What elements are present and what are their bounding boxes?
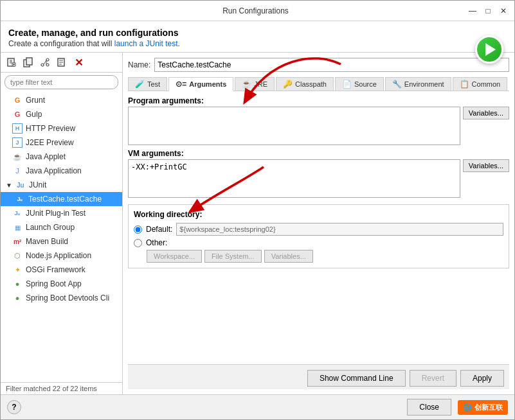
- java-applet-icon: ☕: [12, 152, 23, 162]
- sidebar-toolbar: ✕: [1, 53, 122, 73]
- sidebar-item-http-preview[interactable]: H HTTP Preview: [1, 121, 122, 136]
- sidebar-item-label: HTTP Preview: [26, 124, 75, 133]
- sidebar-item-j2ee-preview[interactable]: J J2EE Preview: [1, 136, 122, 150]
- sidebar-item-label: Maven Build: [26, 237, 68, 246]
- filesystem-button[interactable]: File System...: [204, 250, 262, 263]
- sidebar-item-nodejs[interactable]: ⬡ Node.js Application: [1, 249, 122, 263]
- maximize-button[interactable]: □: [482, 5, 494, 17]
- window-header: Create, manage, and run configurations C…: [1, 21, 514, 52]
- http-icon: H: [12, 123, 23, 134]
- minimize-button[interactable]: —: [467, 5, 478, 17]
- svg-point-9: [41, 64, 44, 66]
- sidebar-item-junit-plugin[interactable]: Jᵤ JUnit Plug-in Test: [1, 206, 122, 220]
- filter-config-button[interactable]: [55, 55, 69, 69]
- sidebar-item-spring-devtools[interactable]: ● Spring Boot Devtools Cli: [1, 291, 122, 305]
- sidebar-item-label: Java Applet: [26, 152, 66, 161]
- default-dir-input[interactable]: [176, 223, 503, 236]
- tab-common[interactable]: 📋 Common: [453, 77, 508, 91]
- launch-link[interactable]: launch a JUnit test: [114, 39, 178, 48]
- window-close-button[interactable]: ✕: [498, 5, 509, 17]
- junit-toggle-icon: ▼: [6, 182, 12, 189]
- header-title: Create, manage, and run configurations: [8, 28, 507, 38]
- tab-jre-label: JRE: [254, 80, 267, 88]
- svg-line-12: [44, 60, 46, 64]
- program-args-variables-button[interactable]: Variables...: [463, 107, 509, 119]
- filter-status: Filter matched 22 of 22 items: [1, 382, 122, 394]
- program-args-input[interactable]: [128, 107, 460, 145]
- jre-tab-icon: ☕: [242, 80, 251, 89]
- nodejs-icon: ⬡: [12, 250, 23, 261]
- vm-args-variables-button[interactable]: Variables...: [463, 159, 509, 172]
- sidebar-item-label: Launch Group: [26, 223, 75, 232]
- sidebar-item-label: Spring Boot App: [26, 279, 82, 288]
- filter-input[interactable]: [5, 75, 118, 89]
- apply-button[interactable]: Apply: [460, 370, 504, 387]
- svg-point-11: [46, 64, 49, 66]
- help-button[interactable]: ?: [7, 400, 21, 414]
- close-button[interactable]: Close: [407, 399, 451, 416]
- sidebar-item-label: Java Application: [26, 166, 82, 175]
- header-subtitle: Create a configuration that will launch …: [8, 39, 507, 48]
- right-panel: Name: 🧪 Test ⊙= Arguments ☕ JRE 🔑: [123, 53, 514, 394]
- classpath-tab-icon: 🔑: [283, 80, 293, 89]
- sidebar-item-spring-boot[interactable]: ● Spring Boot App: [1, 277, 122, 291]
- brand-text: 创新互联: [474, 403, 503, 412]
- dir-buttons: Workspace... File System... Variables...: [134, 250, 503, 263]
- tab-test-label: Test: [147, 80, 160, 88]
- workspace-button[interactable]: Workspace...: [147, 250, 202, 263]
- name-input[interactable]: [154, 58, 509, 72]
- sidebar-item-testcache[interactable]: Jᵤ TestCache.testCache: [1, 192, 122, 206]
- tab-source[interactable]: 📄 Source: [335, 77, 384, 91]
- bottom-buttons: Show Command Line Revert Apply: [128, 364, 509, 389]
- config-body: Program arguments: Variables... VM argum…: [128, 96, 509, 364]
- sidebar-item-maven-build[interactable]: m² Maven Build: [1, 234, 122, 249]
- sidebar-item-gulp[interactable]: G Gulp: [1, 107, 122, 121]
- default-radio-label: Default:: [146, 225, 172, 234]
- sidebar-item-junit-group[interactable]: ▼ Ju JUnit: [1, 178, 122, 192]
- window-footer: ? Close 🌐 创新互联: [1, 394, 514, 419]
- tab-jre[interactable]: ☕ JRE: [235, 77, 275, 91]
- sidebar-item-launch-group[interactable]: ▦ Launch Group: [1, 220, 122, 234]
- sidebar-item-label: JUnit: [29, 180, 46, 189]
- common-tab-icon: 📋: [460, 80, 469, 89]
- vm-args-input[interactable]: -XX:+PrintGC: [128, 159, 460, 198]
- other-radio[interactable]: [134, 239, 142, 247]
- sidebar-item-java-applet[interactable]: ☕ Java Applet: [1, 150, 122, 164]
- name-row: Name:: [128, 58, 509, 72]
- spring-devtools-icon: ●: [12, 293, 23, 303]
- launch-group-icon: ▦: [12, 222, 23, 232]
- run-button[interactable]: [475, 35, 503, 64]
- program-args-label: Program arguments:: [128, 96, 509, 105]
- tab-arguments[interactable]: ⊙= Arguments: [168, 77, 233, 91]
- junit-group-icon: Ju: [15, 180, 26, 190]
- source-tab-icon: 📄: [342, 80, 352, 89]
- sidebar-item-grunt[interactable]: G Grunt: [1, 93, 122, 107]
- dir-variables-button[interactable]: Variables...: [264, 250, 313, 263]
- default-radio[interactable]: [134, 225, 142, 234]
- show-command-line-button[interactable]: Show Command Line: [307, 370, 406, 387]
- delete-config-button[interactable]: ✕: [71, 55, 86, 69]
- new-config-button[interactable]: [5, 55, 19, 69]
- tab-environment[interactable]: 🔧 Environment: [385, 77, 451, 91]
- spring-boot-icon: ●: [12, 279, 23, 289]
- footer-right: Close 🌐 创新互联: [407, 399, 508, 416]
- tabs-bar: 🧪 Test ⊙= Arguments ☕ JRE 🔑 Classpath 📄: [128, 77, 509, 91]
- sidebar-item-label: Spring Boot Devtools Cli: [26, 293, 109, 302]
- copy-config-button[interactable]: [21, 55, 35, 69]
- link-config-button[interactable]: [38, 55, 52, 69]
- tab-test[interactable]: 🧪 Test: [128, 77, 167, 91]
- java-app-icon: J: [12, 166, 23, 176]
- tab-classpath[interactable]: 🔑 Classpath: [276, 77, 334, 91]
- sidebar-list: G Grunt G Gulp H HTTP Preview J J2EE Pre…: [1, 92, 122, 382]
- sidebar-item-label: Grunt: [26, 96, 45, 105]
- window-title: Run Configurations: [44, 6, 467, 15]
- vm-args-row: -XX:+PrintGC Variables...: [128, 159, 509, 198]
- vm-args-label: VM arguments:: [128, 149, 509, 158]
- revert-button[interactable]: Revert: [410, 370, 456, 387]
- gulp-icon: G: [12, 109, 23, 119]
- sidebar-item-java-application[interactable]: J Java Application: [1, 164, 122, 178]
- other-radio-label: Other:: [146, 238, 167, 247]
- filter-box: [5, 75, 118, 89]
- sidebar-item-osgi[interactable]: ✦ OSGi Framework: [1, 263, 122, 277]
- sidebar-item-label: JUnit Plug-in Test: [26, 209, 86, 218]
